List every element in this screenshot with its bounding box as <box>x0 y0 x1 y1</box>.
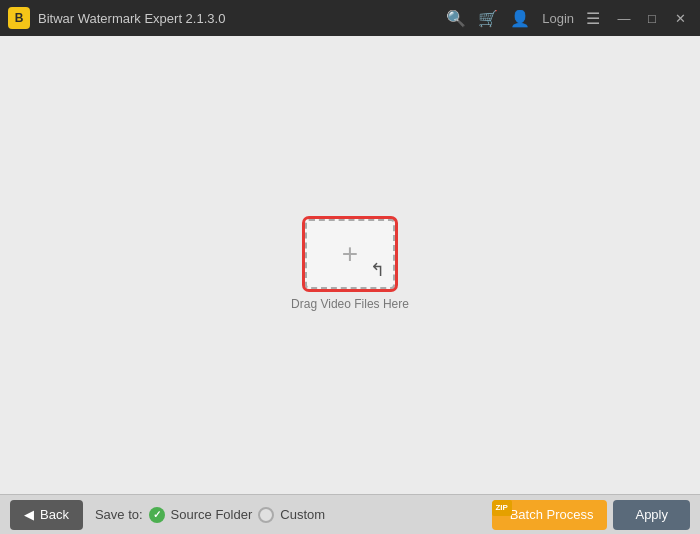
maximize-button[interactable]: □ <box>640 6 664 30</box>
custom-label: Custom <box>280 507 325 522</box>
drop-zone[interactable]: + ↰ <box>305 219 395 289</box>
back-label: Back <box>40 507 69 522</box>
source-folder-label: Source Folder <box>171 507 253 522</box>
batch-process-label: Batch Process <box>510 507 594 522</box>
drop-zone-label: Drag Video Files Here <box>291 297 409 311</box>
custom-radio-group[interactable]: Custom <box>258 507 325 523</box>
drop-zone-wrapper: + ↰ Drag Video Files Here <box>291 219 409 311</box>
source-folder-radio-group[interactable]: Source Folder <box>149 507 253 523</box>
source-folder-radio[interactable] <box>149 507 165 523</box>
minimize-button[interactable]: — <box>612 6 636 30</box>
app-title: Bitwar Watermark Expert 2.1.3.0 <box>38 11 446 26</box>
user-icon[interactable]: 👤 <box>510 9 530 28</box>
window-controls: — □ ✕ <box>612 6 692 30</box>
apply-button[interactable]: Apply <box>613 500 690 530</box>
close-button[interactable]: ✕ <box>668 6 692 30</box>
custom-radio[interactable] <box>258 507 274 523</box>
zip-badge: ZIP <box>492 500 512 516</box>
footer-right: ZIP Batch Process Apply <box>492 500 690 530</box>
menu-icon[interactable]: ☰ <box>586 9 600 28</box>
footer-bar: ◀ Back Save to: Source Folder Custom ZIP… <box>0 494 700 534</box>
cart-icon[interactable]: 🛒 <box>478 9 498 28</box>
main-content: + ↰ Drag Video Files Here <box>0 36 700 494</box>
batch-process-button[interactable]: ZIP Batch Process <box>492 500 608 530</box>
search-icon[interactable]: 🔍 <box>446 9 466 28</box>
back-arrow-icon: ◀ <box>24 507 34 522</box>
app-logo: B <box>8 7 30 29</box>
title-bar-icons: 🔍 🛒 👤 Login ☰ <box>446 9 600 28</box>
title-bar: B Bitwar Watermark Expert 2.1.3.0 🔍 🛒 👤 … <box>0 0 700 36</box>
save-to-section: Save to: Source Folder Custom <box>95 507 325 523</box>
add-icon: + <box>342 240 358 268</box>
login-button[interactable]: Login <box>542 11 574 26</box>
cursor-icon: ↰ <box>370 259 385 281</box>
save-to-label: Save to: <box>95 507 143 522</box>
back-button[interactable]: ◀ Back <box>10 500 83 530</box>
